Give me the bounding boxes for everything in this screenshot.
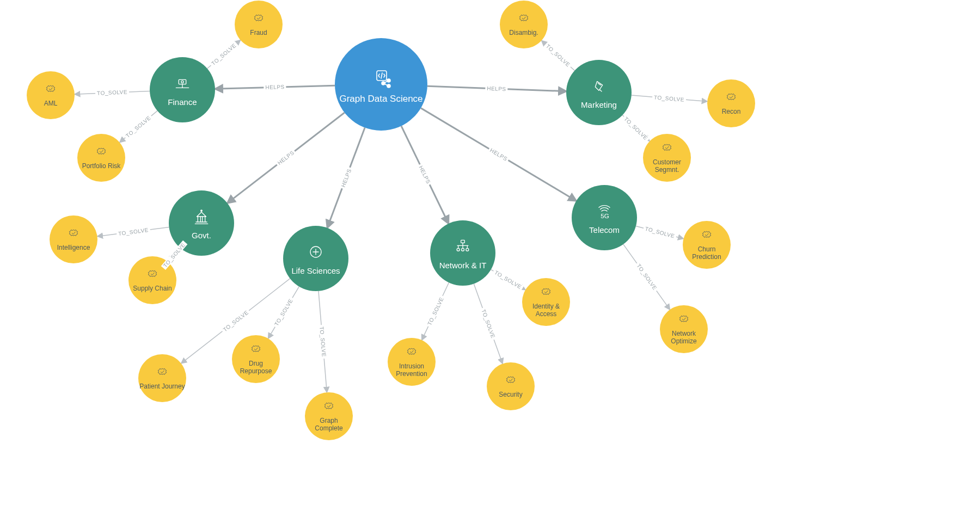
svg-point-29	[462, 249, 464, 251]
node-label: Graph Complete	[305, 417, 353, 433]
node-label: Life Sciences	[291, 266, 340, 275]
govt-icon	[191, 206, 212, 227]
leaf-node-intel[interactable]: Intelligence	[50, 215, 97, 263]
sector-node-life[interactable]: Life Sciences	[283, 226, 348, 291]
svg-text:5G: 5G	[601, 212, 609, 219]
leaf-icon	[724, 91, 738, 105]
node-label: Fraud	[250, 29, 267, 37]
leaf-icon	[700, 229, 714, 243]
edge-label: HELPS	[486, 85, 509, 92]
node-label: Telecom	[589, 225, 620, 235]
svg-rect-9	[179, 80, 186, 84]
leaf-icon	[660, 141, 674, 156]
node-label: Security	[499, 391, 522, 399]
leaf-icon	[677, 313, 691, 327]
node-label: Intrusion Prevention	[388, 363, 436, 378]
leaf-icon	[504, 374, 518, 388]
leaf-node-identity[interactable]: Identity & Access	[522, 278, 570, 326]
node-label: Network & IT	[439, 261, 487, 270]
leaf-icon	[517, 12, 531, 26]
leaf-icon	[44, 83, 58, 97]
leaf-icon	[252, 12, 266, 26]
telecom-icon: 5G	[593, 200, 615, 222]
sector-node-net[interactable]: Network & IT	[430, 220, 495, 286]
sector-node-marketing[interactable]: Marketing	[566, 60, 632, 125]
leaf-icon	[94, 145, 108, 159]
marketing-icon	[588, 75, 610, 97]
leaf-icon	[249, 343, 263, 357]
sector-node-finance[interactable]: Finance	[150, 57, 215, 122]
leaf-node-aml[interactable]: AML	[27, 71, 75, 119]
leaf-icon	[145, 268, 160, 282]
svg-line-1	[381, 73, 382, 78]
node-label: Finance	[168, 97, 197, 107]
node-label: Recon	[722, 108, 741, 116]
svg-line-33	[600, 90, 602, 91]
leaf-node-patient[interactable]: Patient Journey	[138, 354, 186, 402]
leaf-icon	[322, 400, 336, 414]
leaf-node-graphcomp[interactable]: Graph Complete	[305, 392, 353, 440]
sector-node-telecom[interactable]: 5GTelecom	[572, 185, 637, 250]
root-icon	[368, 64, 394, 90]
node-label: Identity & Access	[522, 303, 570, 318]
edge-label: HELPS	[264, 84, 286, 90]
leaf-icon	[539, 286, 553, 300]
node-label: Patient Journey	[139, 383, 185, 391]
svg-point-18	[201, 210, 203, 212]
svg-point-3	[387, 84, 390, 88]
node-label: Drug Repurpose	[232, 360, 280, 375]
leaf-node-churn[interactable]: Churn Prediction	[683, 221, 731, 269]
node-label: Intelligence	[57, 244, 90, 252]
node-label: AML	[44, 100, 58, 108]
leaf-node-custseg[interactable]: Customer Segmnt.	[643, 134, 691, 182]
svg-line-5	[385, 81, 387, 83]
svg-line-6	[385, 84, 387, 85]
node-label: Network Optimize	[660, 330, 708, 346]
node-label: Govt.	[192, 231, 211, 240]
node-label: Portfolio Risk	[82, 163, 121, 170]
node-label: Customer Segmnt.	[643, 159, 691, 174]
net-icon	[452, 236, 474, 257]
leaf-node-recon[interactable]: Recon	[707, 79, 755, 127]
leaf-node-portfolio[interactable]: Portfolio Risk	[77, 134, 125, 182]
svg-rect-22	[461, 240, 465, 243]
leaf-icon	[66, 227, 81, 241]
svg-point-28	[457, 249, 460, 251]
node-label: Churn Prediction	[683, 246, 731, 261]
node-label: Supply Chain	[133, 285, 171, 293]
leaf-node-netopt[interactable]: Network Optimize	[660, 305, 708, 353]
node-label: Graph Data Science	[339, 94, 422, 104]
svg-point-30	[466, 249, 469, 251]
root-node[interactable]: Graph Data Science	[335, 38, 427, 131]
leaf-node-fraud[interactable]: Fraud	[235, 1, 283, 48]
node-label: Disambig.	[509, 29, 538, 37]
leaf-node-disambig[interactable]: Disambig.	[500, 1, 548, 48]
life-icon	[305, 241, 327, 263]
leaf-node-drug[interactable]: Drug Repurpose	[232, 335, 280, 383]
svg-point-10	[181, 81, 183, 83]
svg-point-2	[387, 79, 390, 82]
leaf-node-security[interactable]: Security	[487, 362, 535, 410]
node-label: Marketing	[581, 100, 617, 109]
leaf-icon	[405, 346, 419, 360]
leaf-node-intrusion[interactable]: Intrusion Prevention	[388, 338, 436, 386]
leaf-icon	[155, 366, 169, 380]
svg-point-4	[382, 82, 385, 85]
finance-icon	[171, 72, 193, 94]
